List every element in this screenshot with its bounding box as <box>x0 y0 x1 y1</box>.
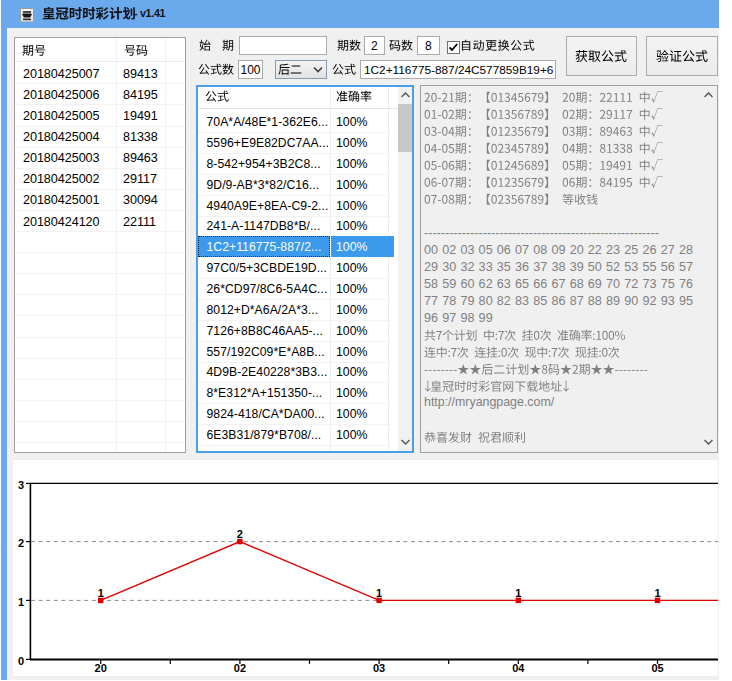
svg-text:3: 3 <box>18 479 24 491</box>
svg-text:1: 1 <box>515 587 521 599</box>
svg-text:2: 2 <box>237 528 243 540</box>
svg-text:0: 0 <box>18 655 24 667</box>
svg-text:2: 2 <box>18 537 24 549</box>
svg-text:03: 03 <box>373 662 385 674</box>
svg-text:1: 1 <box>376 587 382 599</box>
svg-text:04: 04 <box>512 662 525 674</box>
svg-text:1: 1 <box>654 587 660 599</box>
svg-text:05: 05 <box>651 662 663 674</box>
svg-text:02: 02 <box>234 662 246 674</box>
svg-text:20: 20 <box>95 662 107 674</box>
svg-text:1: 1 <box>18 596 24 608</box>
svg-text:1: 1 <box>98 587 104 599</box>
